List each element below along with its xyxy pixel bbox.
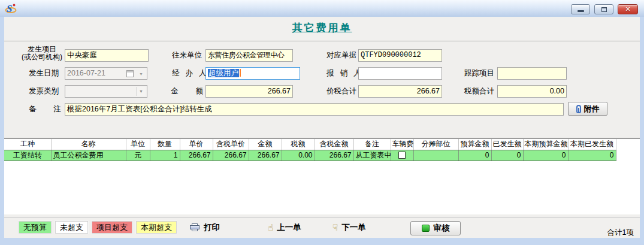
- handler-field[interactable]: 超级用户: [205, 67, 300, 80]
- cell-amount[interactable]: 266.67: [249, 150, 282, 161]
- column-header[interactable]: 备注: [353, 139, 391, 150]
- remark-field[interactable]: 根据2016年7月工资表[公积金合计]结转生成: [65, 103, 564, 116]
- minimize-button[interactable]: [571, 4, 590, 14]
- cell-allocation[interactable]: [413, 150, 458, 161]
- cell-amount-with-tax[interactable]: 266.67: [315, 150, 353, 161]
- budget-legend: 无预算 未超支 项目超支 本期超支: [19, 221, 177, 234]
- previous-doc-button[interactable]: ☝ 上一单: [268, 222, 301, 233]
- cell-tax[interactable]: 0.00: [282, 150, 315, 161]
- column-header[interactable]: 车辆费: [391, 139, 413, 150]
- hand-up-icon: ☝: [268, 223, 273, 232]
- total-count: 合计1项: [607, 228, 634, 238]
- column-header[interactable]: 金额: [249, 139, 282, 150]
- cell-unit-price[interactable]: 266.67: [180, 150, 213, 161]
- cell-name[interactable]: 员工公积金费用: [51, 150, 126, 161]
- selected-text: 超级用户: [208, 69, 239, 77]
- minimize-icon: [578, 10, 584, 12]
- next-doc-button[interactable]: ☟ 下一单: [332, 222, 366, 233]
- vehicle-fee-checkbox[interactable]: [398, 152, 406, 159]
- cell-unit-price-with-tax[interactable]: 266.67: [213, 150, 249, 161]
- page-title: 其它费用单: [292, 21, 352, 35]
- dropdown-icon[interactable]: ▼: [136, 87, 146, 96]
- cell-period-budget[interactable]: 0: [523, 150, 568, 161]
- column-header[interactable]: 分摊部位: [413, 139, 458, 150]
- tracking-label: 跟踪项目: [464, 67, 494, 80]
- table-header-row: 工种 名称 单位 数量 单价 含税单价 金额 税额 含税金额 备注 车辆费 分摊…: [4, 139, 616, 150]
- form-content: 其它费用单 发生项目 (或公司机构) 中央豪庭 往来单位 东营住房公积金管理中心…: [4, 17, 640, 238]
- badge-period-over: 本期超支: [136, 221, 177, 234]
- cell-unit[interactable]: 元: [126, 150, 150, 161]
- maximize-icon: [601, 7, 607, 12]
- doc-no-field[interactable]: QTFYD090000012: [358, 49, 442, 62]
- app-logo-icon: S: [5, 2, 17, 14]
- badge-project-over: 项目超支: [92, 221, 132, 234]
- close-icon: ✕: [625, 5, 630, 13]
- column-header[interactable]: 含税单价: [213, 139, 249, 150]
- total-with-tax-field[interactable]: 266.67: [358, 85, 442, 98]
- text-caret: [240, 69, 241, 77]
- calendar-icon: [126, 70, 134, 77]
- date-field[interactable]: 2016-07-21 ▼: [65, 67, 147, 80]
- column-header[interactable]: 单价: [180, 139, 213, 150]
- cell-budget-amount[interactable]: 0: [458, 150, 491, 161]
- cell-quantity[interactable]: 1: [150, 150, 180, 161]
- tax-total-label: 税额合计: [464, 85, 494, 98]
- column-header[interactable]: 名称: [51, 139, 126, 150]
- invoice-type-select[interactable]: ▼: [65, 85, 147, 98]
- hand-down-icon: ☟: [332, 223, 338, 232]
- column-header[interactable]: 税额: [282, 139, 315, 150]
- doc-no-label: 对应单据: [326, 49, 356, 62]
- project-label: 发生项目 (或公司机构): [16, 46, 68, 61]
- audit-button[interactable]: 审核: [410, 221, 461, 235]
- counterparty-label: 往来单位: [172, 49, 202, 62]
- date-dropdown-icon[interactable]: ▼: [139, 68, 143, 80]
- attachment-button[interactable]: 附件: [568, 102, 607, 116]
- cell-remark[interactable]: 从工资表中: [353, 150, 391, 161]
- close-button[interactable]: ✕: [618, 4, 638, 14]
- table-row[interactable]: 工资结转 员工公积金费用 元 1 266.67 266.67 266.67 0.…: [4, 150, 616, 161]
- date-label: 发生日期: [29, 67, 59, 80]
- column-header[interactable]: 本期已发生额: [568, 139, 616, 150]
- counterparty-field[interactable]: 东营住房公积金管理中心: [205, 49, 293, 62]
- column-header[interactable]: 预算金额: [458, 139, 491, 150]
- paperclip-icon: [576, 105, 581, 113]
- project-field[interactable]: 中央豪庭: [65, 49, 149, 62]
- column-header[interactable]: 数量: [150, 139, 180, 150]
- badge-not-over: 未超支: [55, 221, 88, 234]
- cell-incurred-amount[interactable]: 0: [491, 150, 523, 161]
- column-header[interactable]: 含税金额: [315, 139, 353, 150]
- invoice-type-label: 发票类别: [29, 85, 59, 98]
- expense-detail-table: 工种 名称 单位 数量 单价 含税单价 金额 税额 含税金额 备注 车辆费 分摊…: [4, 138, 640, 214]
- column-header[interactable]: 工种: [4, 139, 51, 150]
- title-strip: 其它费用单: [4, 17, 640, 41]
- svg-text:S: S: [7, 3, 12, 14]
- maximize-button[interactable]: [594, 4, 613, 14]
- bottom-bar: 无预算 未超支 项目超支 本期超支 打印 ☝ 上一单 ☟ 下一单: [4, 217, 640, 238]
- other-expense-window: S ✕ 其它费用单 发生项目 (或公司机构) 中央豪庭 往来单位 东营住房公积金…: [0, 0, 644, 245]
- reimburser-field[interactable]: [358, 67, 442, 80]
- cell-work-type[interactable]: 工资结转: [4, 150, 51, 161]
- column-header[interactable]: 已发生额: [491, 139, 523, 150]
- print-button[interactable]: 打印: [190, 222, 220, 233]
- badge-no-budget: 无预算: [19, 221, 52, 234]
- titlebar: S ✕: [0, 0, 644, 17]
- cell-vehicle-fee[interactable]: [391, 150, 413, 161]
- total-with-tax-label: 价税合计: [326, 85, 356, 98]
- printer-icon: [190, 223, 200, 232]
- tracking-field[interactable]: [497, 67, 567, 80]
- audit-status-icon: [422, 225, 430, 232]
- amount-field[interactable]: 266.67: [205, 85, 293, 98]
- cell-period-incurred[interactable]: 0: [568, 150, 616, 161]
- column-header[interactable]: 本期预算金额: [523, 139, 568, 150]
- tax-total-field[interactable]: 0.00: [497, 85, 567, 98]
- column-header[interactable]: 单位: [126, 139, 150, 150]
